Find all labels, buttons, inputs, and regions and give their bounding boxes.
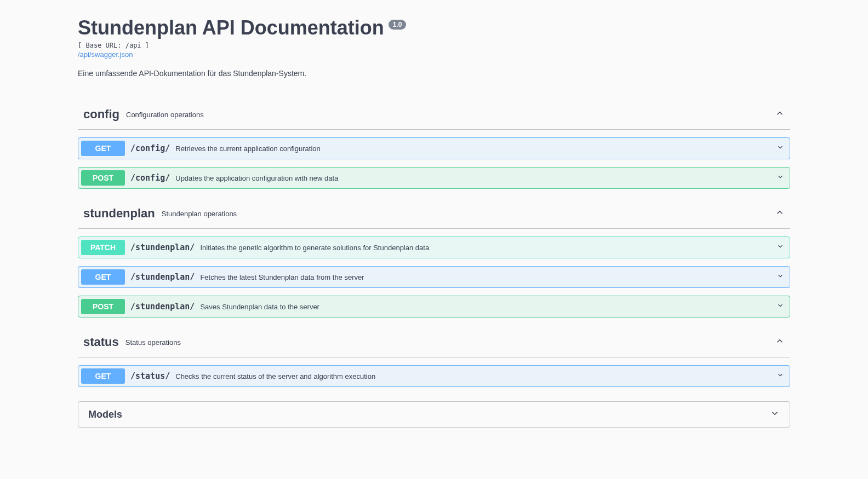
method-badge: GET (81, 141, 125, 156)
method-badge: POST (81, 299, 125, 314)
tag-header-config[interactable]: config Configuration operations (78, 100, 790, 130)
method-badge: POST (81, 170, 125, 186)
chevron-down-icon (776, 243, 784, 252)
api-description: Eine umfassende API-Dokumentation für da… (78, 69, 790, 78)
method-badge: GET (81, 368, 125, 384)
operation-path: /stundenplan/ (130, 302, 195, 311)
method-badge: GET (81, 269, 125, 285)
tag-name: status (83, 335, 119, 349)
operation-patch-stundenplan[interactable]: PATCH /stundenplan/ Initiates the geneti… (78, 236, 790, 258)
tag-header-status[interactable]: status Status operations (78, 327, 790, 357)
operation-summary: Updates the application configuration wi… (175, 174, 771, 182)
tag-section-config: config Configuration operations GET /con… (78, 100, 790, 189)
operation-path: /status/ (130, 371, 170, 381)
chevron-up-icon (775, 336, 785, 348)
version-badge: 1.0 (389, 20, 407, 30)
operation-path: /stundenplan/ (130, 243, 195, 252)
models-title: Models (88, 409, 122, 420)
operation-summary: Fetches the latest Stundenplan data from… (200, 273, 771, 281)
page-title: Stundenplan API Documentation (78, 16, 384, 39)
operation-summary: Checks the current status of the server … (175, 372, 771, 380)
tag-section-status: status Status operations GET /status/ Ch… (78, 327, 790, 387)
tag-name: config (83, 107, 119, 122)
chevron-down-icon (776, 173, 784, 183)
tag-description: Configuration operations (126, 111, 768, 119)
operation-post-stundenplan[interactable]: POST /stundenplan/ Saves Stundenplan dat… (78, 296, 790, 318)
operation-get-config[interactable]: GET /config/ Retrieves the current appli… (78, 137, 790, 159)
operation-summary: Retrieves the current application config… (175, 145, 771, 153)
operation-summary: Saves Stundenplan data to the server (200, 303, 771, 311)
chevron-down-icon (776, 272, 784, 282)
operation-summary: Initiates the genetic algorithm to gener… (200, 244, 771, 252)
chevron-up-icon (775, 108, 785, 120)
operation-post-config[interactable]: POST /config/ Updates the application co… (78, 167, 790, 189)
chevron-up-icon (775, 207, 785, 220)
swagger-json-link[interactable]: /api/swagger.json (78, 50, 133, 59)
method-badge: PATCH (81, 240, 125, 255)
chevron-down-icon (776, 143, 784, 153)
tag-name: stundenplan (83, 206, 155, 221)
operation-path: /config/ (130, 143, 170, 153)
tag-section-stundenplan: stundenplan Stundenplan operations PATCH… (78, 199, 790, 318)
operation-get-stundenplan[interactable]: GET /stundenplan/ Fetches the latest Stu… (78, 266, 790, 288)
models-section[interactable]: Models (78, 401, 790, 428)
tag-description: Status operations (125, 338, 768, 347)
chevron-down-icon (770, 408, 780, 420)
base-url: [ Base URL: /api ] (78, 42, 790, 49)
operation-path: /config/ (130, 173, 170, 183)
tag-description: Stundenplan operations (162, 210, 768, 218)
operation-get-status[interactable]: GET /status/ Checks the current status o… (78, 365, 790, 387)
chevron-down-icon (776, 371, 784, 381)
api-header: Stundenplan API Documentation 1.0 [ Base… (78, 16, 790, 78)
chevron-down-icon (776, 302, 784, 311)
operation-path: /stundenplan/ (130, 272, 195, 282)
tag-header-stundenplan[interactable]: stundenplan Stundenplan operations (78, 199, 790, 229)
